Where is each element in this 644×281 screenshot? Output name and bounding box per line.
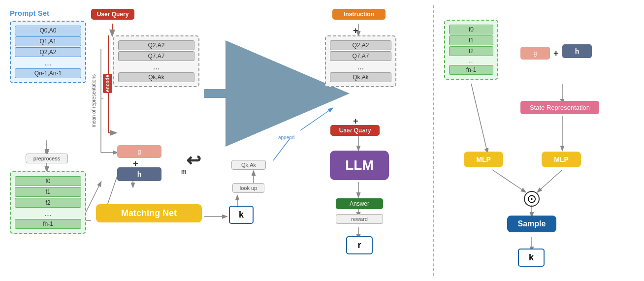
g-box: g [117,145,161,158]
r-feat-fn1: fn-1 [449,65,493,75]
feature-f0: f0 [15,176,81,186]
odot-symbol: ⊙ [524,191,540,207]
prompt-dots: ... [15,58,81,67]
sel2-item-last: Qk,Ak [330,72,391,82]
mean-label: mean of representations [91,49,97,153]
plus-sign-2: + [353,26,358,36]
m-label: m [181,168,187,175]
right-plus: + [553,48,559,59]
sel-item-1: Q7,A7 [118,51,194,61]
selected-prompts-box-2: Q2,A2 Q7,A7 ... Qk,Ak [325,35,396,87]
svg-line-29 [538,170,562,192]
right-k-box: k [518,249,545,267]
h-box: h [117,167,161,181]
prompt-item-2: Q2,A2 [15,47,81,57]
r-feat-f0: f0 [449,25,493,34]
matching-net-box: Matching Net [96,204,202,222]
features-box: f0 f1 f2 ... fn-1 [10,171,86,234]
svg-line-15 [273,138,290,160]
sel2-dots: ... [330,62,391,71]
svg-line-28 [492,170,525,192]
look-up-box: look up [232,183,264,193]
sel2-item-0: Q2,A2 [330,40,391,50]
state-rep-box: State Representation [520,101,599,114]
sel2-item-1: Q7,A7 [330,51,391,61]
instruction-box: Instruction [332,9,386,20]
svg-line-25 [471,84,487,153]
k-box-left: k [229,206,254,224]
user-query-top: User Query [91,9,134,20]
sel-item-last: Qk,Ak [118,72,194,82]
prompt-item-0: Q0,A0 [15,26,81,35]
prompt-set-title: Prompt Set [10,9,49,17]
r-feat-f2: f2 [449,46,493,56]
append-label: append [278,135,294,140]
right-h-box: h [562,44,592,58]
svg-line-16 [300,108,332,130]
qk-ak-small: Qk,Ak [231,160,266,170]
query-user-label: User Query [342,126,369,132]
r-feat-dots: ... [449,57,493,64]
right-features-box: f0 f1 f2 ... fn-1 [444,20,498,80]
r-feat-f1: f1 [449,35,493,45]
right-diagram: f0 f1 f2 ... fn-1 g + h State Representa… [433,5,639,276]
llm-box: LLM [330,151,389,180]
feature-f2: f2 [15,198,81,208]
left-diagram: Prompt Set Q0,A0 Q1,A1 Q2,A2 ... Qn-1,An… [5,5,433,276]
prompt-set-box: Q0,A0 Q1,A1 Q2,A2 ... Qn-1,An-1 [10,21,86,83]
reward-box: reward [336,214,383,224]
sel-item-0: Q2,A2 [118,40,194,50]
right-g-box: g [520,47,550,60]
feature-dots: ... [15,209,81,218]
mlp1-box: MLP [464,152,503,167]
feature-fn1: fn-1 [15,219,81,229]
sel-dots: ... [118,62,194,71]
m-symbol: ↩ [186,150,201,171]
feature-f1: f1 [15,187,81,197]
encode-label: encode [103,37,112,130]
prompt-item-1: Q1,A1 [15,36,81,46]
main-container: Prompt Set Q0,A0 Q1,A1 Q2,A2 ... Qn-1,An… [0,0,644,281]
mlp2-box: MLP [542,152,581,167]
answer-box: Answer [336,198,383,209]
sample-box: Sample [507,216,556,232]
preprocess-box: preprocess [26,154,68,163]
r-box: r [346,236,373,254]
prompt-item-last: Qn-1,An-1 [15,68,81,78]
selected-prompts-box: Q2,A2 Q7,A7 ... Qk,Ak [113,35,199,87]
